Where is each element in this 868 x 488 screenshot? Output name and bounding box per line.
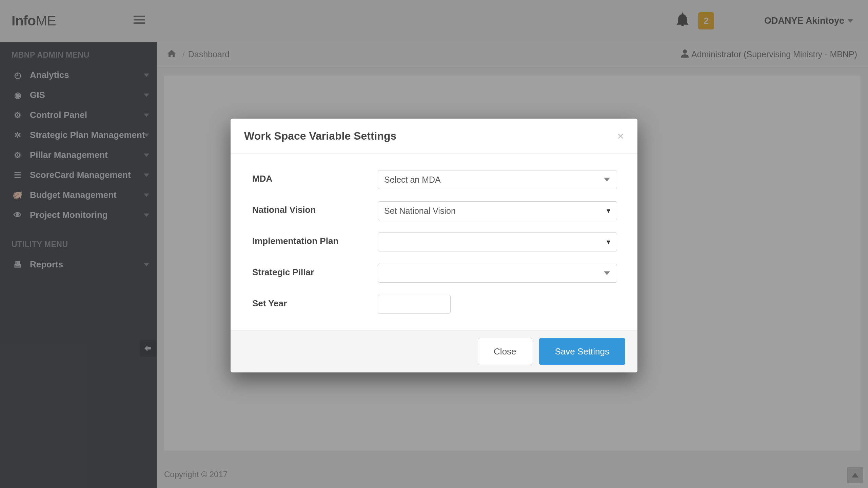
field-row-set-year: Set Year	[252, 289, 617, 320]
label-national-vision: National Vision	[252, 201, 378, 215]
modal-title: Work Space Variable Settings	[244, 130, 396, 142]
save-settings-button[interactable]: Save Settings	[539, 338, 625, 365]
close-button[interactable]: Close	[478, 338, 532, 365]
label-mda: MDA	[252, 170, 378, 184]
implementation-plan-select[interactable]	[378, 232, 617, 251]
modal-body: MDA Select an MDA National Vision Set Na…	[231, 154, 637, 330]
save-button-label: Save Settings	[555, 346, 609, 357]
set-year-input[interactable]	[378, 295, 451, 314]
field-row-implementation-plan: Implementation Plan	[252, 226, 617, 258]
label-strategic-pillar: Strategic Pillar	[252, 264, 378, 278]
mda-select-value: Select an MDA	[384, 175, 441, 185]
national-vision-select[interactable]: Set National Vision	[378, 201, 617, 220]
modal-footer: Close Save Settings	[231, 330, 637, 372]
modal-header: Work Space Variable Settings ×	[231, 119, 637, 154]
label-implementation-plan: Implementation Plan	[252, 232, 378, 246]
mda-select[interactable]: Select an MDA	[378, 170, 617, 189]
close-icon[interactable]: ×	[617, 129, 624, 143]
field-row-national-vision: National Vision Set National Vision	[252, 195, 617, 226]
label-set-year: Set Year	[252, 295, 378, 309]
workspace-settings-modal: Work Space Variable Settings × MDA Selec…	[231, 119, 637, 372]
close-button-label: Close	[494, 346, 516, 357]
strategic-pillar-select[interactable]	[378, 264, 617, 283]
field-row-strategic-pillar: Strategic Pillar	[252, 258, 617, 289]
field-row-mda: MDA Select an MDA	[252, 164, 617, 195]
